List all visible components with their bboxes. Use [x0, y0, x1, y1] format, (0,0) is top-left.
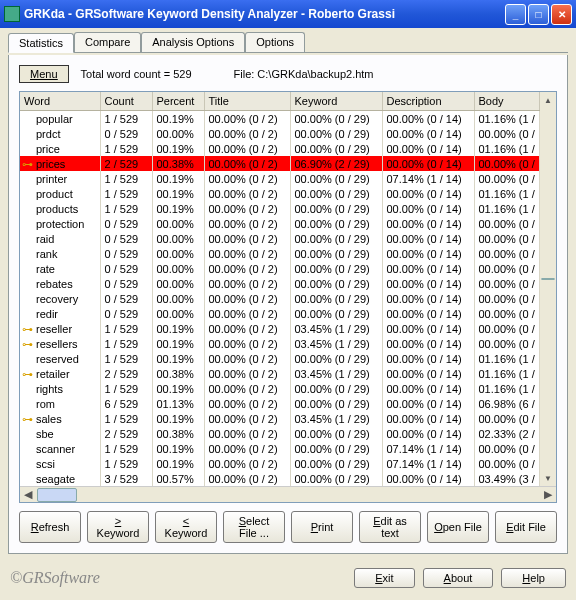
table-row[interactable]: reserved1 / 52900.19%00.00% (0 / 2)00.00… — [20, 351, 540, 366]
vertical-scrollbar[interactable]: ▲ ▼ — [540, 92, 556, 486]
word-cell: rebates — [20, 276, 100, 291]
help-button[interactable]: Help — [501, 568, 566, 588]
tab-compare[interactable]: Compare — [74, 32, 141, 52]
table-row[interactable]: protection0 / 52900.00%00.00% (0 / 2)00.… — [20, 216, 540, 231]
tab-bar: StatisticsCompareAnalysis OptionsOptions — [8, 32, 568, 53]
about-button[interactable]: About — [423, 568, 494, 588]
col-percent[interactable]: Percent — [152, 92, 204, 111]
word-cell: ⊶retailer — [20, 366, 100, 381]
maximize-button[interactable]: □ — [528, 4, 549, 25]
table-row[interactable]: scanner1 / 52900.19%00.00% (0 / 2)00.00%… — [20, 441, 540, 456]
close-button[interactable]: ✕ — [551, 4, 572, 25]
word-cell: popular — [20, 111, 100, 127]
word-cell: scanner — [20, 441, 100, 456]
tab-analysis-options[interactable]: Analysis Options — [141, 32, 245, 52]
key-icon: ⊶ — [22, 158, 33, 171]
horizontal-scrollbar[interactable]: ◀ ▶ — [20, 486, 556, 502]
word-cell: rate — [20, 261, 100, 276]
scroll-up-icon[interactable]: ▲ — [540, 92, 556, 108]
edit-as-text-button[interactable]: Edit as text — [359, 511, 421, 543]
toolbar-buttons: Refresh> Keyword< KeywordSelect File ...… — [19, 511, 557, 543]
key-icon: ⊶ — [22, 368, 33, 381]
word-cell: seagate — [20, 471, 100, 486]
word-cell: rank — [20, 246, 100, 261]
word-cell: price — [20, 141, 100, 156]
table-row[interactable]: seagate3 / 52900.57%00.00% (0 / 2)00.00%… — [20, 471, 540, 486]
table-row[interactable]: ⊶reseller1 / 52900.19%00.00% (0 / 2)03.4… — [20, 321, 540, 336]
key-icon: ⊶ — [22, 323, 33, 336]
col-count[interactable]: Count — [100, 92, 152, 111]
table-row[interactable]: redir0 / 52900.00%00.00% (0 / 2)00.00% (… — [20, 306, 540, 321]
table-row[interactable]: recovery0 / 52900.00%00.00% (0 / 2)00.00… — [20, 291, 540, 306]
scroll-left-icon[interactable]: ◀ — [20, 487, 36, 502]
titlebar[interactable]: GRKda - GRSoftware Keyword Density Analy… — [0, 0, 576, 28]
-keyword-button[interactable]: > Keyword — [87, 511, 149, 543]
word-cell: scsi — [20, 456, 100, 471]
open-file-button[interactable]: Open File — [427, 511, 489, 543]
table-row[interactable]: rank0 / 52900.00%00.00% (0 / 2)00.00% (0… — [20, 246, 540, 261]
word-cell: rom — [20, 396, 100, 411]
word-cell: ⊶sales — [20, 411, 100, 426]
tab-options[interactable]: Options — [245, 32, 305, 52]
table-row[interactable]: ⊶resellers1 / 52900.19%00.00% (0 / 2)03.… — [20, 336, 540, 351]
select-file--button[interactable]: Select File ... — [223, 511, 285, 543]
wordcount-label: Total word count = 529 — [81, 68, 192, 80]
scroll-thumb[interactable] — [541, 278, 555, 280]
table-row[interactable]: ⊶prices2 / 52900.38%00.00% (0 / 2)06.90%… — [20, 156, 540, 171]
table-row[interactable]: product1 / 52900.19%00.00% (0 / 2)00.00%… — [20, 186, 540, 201]
table-row[interactable]: products1 / 52900.19%00.00% (0 / 2)00.00… — [20, 201, 540, 216]
table-row[interactable]: prdct0 / 52900.00%00.00% (0 / 2)00.00% (… — [20, 126, 540, 141]
table-row[interactable]: printer1 / 52900.19%00.00% (0 / 2)00.00%… — [20, 171, 540, 186]
word-cell: ⊶reseller — [20, 321, 100, 336]
data-table: WordCountPercentTitleKeywordDescriptionB… — [19, 91, 557, 503]
word-cell: ⊶resellers — [20, 336, 100, 351]
word-cell: rights — [20, 381, 100, 396]
table-row[interactable]: price1 / 52900.19%00.00% (0 / 2)00.00% (… — [20, 141, 540, 156]
menu-button[interactable]: Menu — [19, 65, 69, 83]
word-cell: product — [20, 186, 100, 201]
key-icon: ⊶ — [22, 413, 33, 426]
word-cell: printer — [20, 171, 100, 186]
file-label: File: C:\GRKda\backup2.htm — [234, 68, 374, 80]
table-row[interactable]: rebates0 / 52900.00%00.00% (0 / 2)00.00%… — [20, 276, 540, 291]
-keyword-button[interactable]: < Keyword — [155, 511, 217, 543]
table-row[interactable]: ⊶retailer2 / 52900.38%00.00% (0 / 2)03.4… — [20, 366, 540, 381]
print-button[interactable]: Print — [291, 511, 353, 543]
word-cell: redir — [20, 306, 100, 321]
exit-button[interactable]: Exit — [354, 568, 414, 588]
brand-label: ©GRSoftware — [10, 569, 100, 587]
word-cell: raid — [20, 231, 100, 246]
edit-file-button[interactable]: Edit File — [495, 511, 557, 543]
table-row[interactable]: raid0 / 52900.00%00.00% (0 / 2)00.00% (0… — [20, 231, 540, 246]
key-icon: ⊶ — [22, 338, 33, 351]
tab-statistics[interactable]: Statistics — [8, 33, 74, 53]
table-row[interactable]: rights1 / 52900.19%00.00% (0 / 2)00.00% … — [20, 381, 540, 396]
word-cell: products — [20, 201, 100, 216]
scroll-right-icon[interactable]: ▶ — [540, 487, 556, 502]
refresh-button[interactable]: Refresh — [19, 511, 81, 543]
word-cell: reserved — [20, 351, 100, 366]
word-cell: sbe — [20, 426, 100, 441]
col-description[interactable]: Description — [382, 92, 474, 111]
col-word[interactable]: Word — [20, 92, 100, 111]
word-cell: protection — [20, 216, 100, 231]
word-cell: prdct — [20, 126, 100, 141]
word-cell: ⊶prices — [20, 156, 100, 171]
table-row[interactable]: ⊶sales1 / 52900.19%00.00% (0 / 2)03.45% … — [20, 411, 540, 426]
window-title: GRKda - GRSoftware Keyword Density Analy… — [24, 7, 395, 21]
col-keyword[interactable]: Keyword — [290, 92, 382, 111]
table-row[interactable]: rom6 / 52901.13%00.00% (0 / 2)00.00% (0 … — [20, 396, 540, 411]
word-cell: recovery — [20, 291, 100, 306]
col-body[interactable]: Body — [474, 92, 540, 111]
col-title[interactable]: Title — [204, 92, 290, 111]
table-row[interactable]: rate0 / 52900.00%00.00% (0 / 2)00.00% (0… — [20, 261, 540, 276]
table-row[interactable]: popular1 / 52900.19%00.00% (0 / 2)00.00%… — [20, 111, 540, 127]
hscroll-thumb[interactable] — [37, 488, 77, 502]
app-icon — [4, 6, 20, 22]
table-row[interactable]: sbe2 / 52900.38%00.00% (0 / 2)00.00% (0 … — [20, 426, 540, 441]
table-row[interactable]: scsi1 / 52900.19%00.00% (0 / 2)00.00% (0… — [20, 456, 540, 471]
minimize-button[interactable]: _ — [505, 4, 526, 25]
scroll-down-icon[interactable]: ▼ — [540, 470, 556, 486]
